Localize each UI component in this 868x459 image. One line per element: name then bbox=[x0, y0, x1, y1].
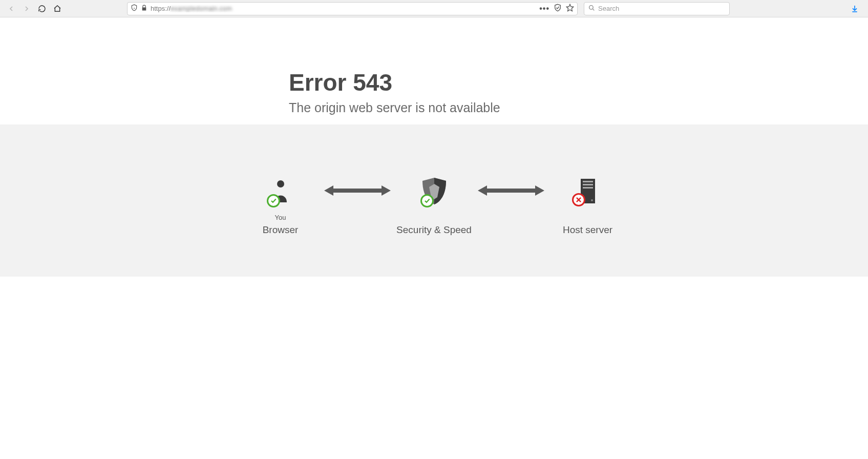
svg-point-13 bbox=[591, 199, 593, 201]
browser-toolbar: https://exampledomain.com ••• bbox=[0, 0, 868, 17]
error-badge-icon bbox=[572, 193, 585, 206]
diagram-section: You Browser bbox=[0, 124, 868, 277]
diagram-node-browser: You Browser bbox=[240, 176, 322, 236]
diagram-node-security: Security & Speed bbox=[393, 176, 475, 236]
connection-diagram: You Browser bbox=[0, 176, 868, 236]
node-bottom-label: Host server bbox=[563, 224, 612, 236]
check-badge-icon bbox=[420, 194, 434, 207]
page: Error 543 The origin web server is not a… bbox=[0, 17, 868, 277]
double-arrow-icon bbox=[475, 185, 547, 196]
search-bar[interactable] bbox=[584, 2, 730, 15]
svg-point-3 bbox=[589, 5, 594, 9]
more-icon[interactable]: ••• bbox=[539, 4, 549, 13]
forward-button[interactable] bbox=[19, 2, 34, 16]
toolbar-right bbox=[848, 2, 864, 16]
lock-icon[interactable] bbox=[141, 4, 147, 13]
diagram-node-server: Host server bbox=[547, 176, 629, 236]
svg-marker-7 bbox=[324, 185, 391, 196]
node-top-label: You bbox=[275, 214, 286, 221]
svg-marker-2 bbox=[566, 4, 573, 11]
url-bar[interactable]: https://exampledomain.com ••• bbox=[127, 2, 578, 15]
home-button[interactable] bbox=[50, 2, 65, 16]
shield-info-icon[interactable] bbox=[131, 4, 138, 13]
bookmark-star-icon[interactable] bbox=[566, 4, 574, 14]
user-icon bbox=[263, 176, 299, 206]
svg-point-6 bbox=[277, 180, 284, 187]
svg-line-4 bbox=[592, 9, 594, 10]
header-section: Error 543 The origin web server is not a… bbox=[0, 17, 868, 124]
search-icon bbox=[588, 4, 595, 13]
downloads-button[interactable] bbox=[848, 2, 862, 16]
url-text: https://exampledomain.com bbox=[151, 5, 536, 12]
url-security-icons bbox=[131, 4, 147, 13]
reader-icon[interactable] bbox=[554, 4, 562, 14]
error-title: Error 543 bbox=[289, 69, 581, 96]
search-input[interactable] bbox=[598, 5, 725, 12]
shield-icon bbox=[416, 176, 452, 206]
double-arrow-icon bbox=[322, 185, 393, 196]
node-bottom-label: Security & Speed bbox=[396, 224, 472, 236]
node-bottom-label: Browser bbox=[263, 224, 299, 236]
nav-buttons bbox=[4, 2, 65, 16]
url-action-icons: ••• bbox=[539, 4, 574, 14]
svg-rect-12 bbox=[583, 187, 593, 189]
error-subtitle: The origin web server is not available bbox=[289, 100, 581, 124]
reload-button[interactable] bbox=[35, 2, 49, 16]
svg-rect-10 bbox=[583, 181, 593, 182]
check-badge-icon bbox=[267, 194, 280, 207]
svg-marker-8 bbox=[478, 185, 544, 196]
back-button[interactable] bbox=[4, 2, 18, 16]
server-icon bbox=[570, 176, 606, 206]
svg-rect-11 bbox=[583, 184, 593, 185]
